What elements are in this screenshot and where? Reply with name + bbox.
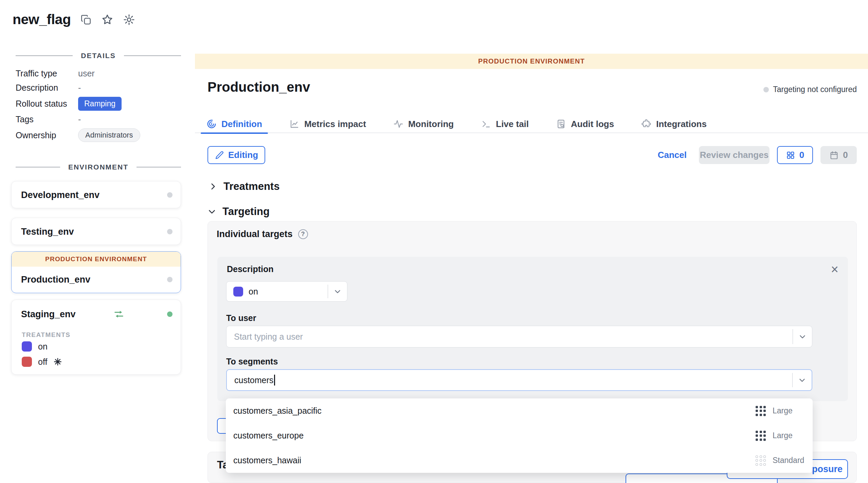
segment-size: Large [773, 431, 805, 440]
treatment-select[interactable]: on [226, 281, 347, 302]
grid-squares-icon [786, 150, 795, 160]
segments-dropdown: customers_asia_pacific Large customers_e… [226, 398, 813, 473]
standard-segment-icon [756, 455, 766, 466]
large-segment-icon [756, 406, 766, 416]
tab-label: Integrations [656, 119, 707, 129]
tab-label: Monitoring [408, 119, 454, 129]
toolbar-right: Cancel Review changes 0 0 [658, 146, 857, 164]
select-divider [793, 329, 793, 344]
targeting-status-label: Targeting not configured [773, 85, 857, 94]
env-card-development[interactable]: Development_env [11, 181, 181, 208]
treatment-color-swatch [233, 287, 243, 297]
segment-option-asia-pacific[interactable]: customers_asia_pacific Large [226, 398, 813, 423]
env-name: Development_env [21, 190, 100, 200]
tab-monitoring[interactable]: Monitoring [387, 115, 459, 132]
segment-name: customers_europe [233, 431, 304, 441]
metrics-chart-icon [289, 119, 300, 129]
treatment-row-on: on [22, 341, 48, 352]
treatment-name: off [38, 357, 47, 367]
text-cursor [274, 375, 275, 386]
to-segments-input[interactable]: customers [226, 369, 812, 391]
divider [16, 55, 73, 56]
tab-integrations[interactable]: Integrations [635, 115, 712, 132]
to-user-label: To user [226, 313, 256, 323]
editing-button[interactable]: Editing [207, 146, 265, 164]
target-definition-panel: × Description on To user Start typing a … [217, 257, 848, 401]
chevron-down-icon [798, 376, 807, 384]
detail-row-traffic-type: Traffic type user [16, 67, 181, 79]
segment-size: Large [773, 406, 805, 415]
environment-heading: ENVIRONMENT [68, 163, 128, 171]
layout-changes-button[interactable]: 0 [777, 146, 813, 164]
detail-row-tags: Tags - [16, 113, 181, 125]
page-title: Production_env [207, 79, 310, 95]
treatment-select-value: on [249, 287, 258, 297]
schedule-count: 0 [843, 150, 848, 160]
segment-option-europe[interactable]: customers_europe Large [226, 423, 813, 448]
chevron-down-icon [798, 332, 807, 341]
treatments-heading: TREATMENTS [22, 331, 70, 339]
close-icon[interactable]: × [831, 263, 838, 276]
description-label: Description [227, 264, 274, 274]
tab-label: Audit logs [571, 119, 614, 129]
env-card-staging[interactable]: Staging_env TREATMENTS on off [11, 300, 181, 375]
targeting-status: Targeting not configured [763, 85, 857, 94]
review-changes-button[interactable]: Review changes [699, 146, 770, 164]
to-user-placeholder: Start typing a user [234, 332, 303, 342]
definition-target-icon [206, 119, 217, 129]
tab-bar: Definition Metrics impact Monitoring Liv… [201, 115, 712, 132]
tabs-divider [195, 132, 868, 133]
treatment-off-swatch [22, 357, 32, 367]
ownership-pill[interactable]: Administrators [78, 128, 140, 142]
detail-label: Description [16, 83, 78, 93]
treatment-on-swatch [22, 341, 32, 352]
environment-section-header: ENVIRONMENT [16, 163, 181, 171]
cancel-link[interactable]: Cancel [658, 150, 687, 160]
env-card-production[interactable]: PRODUCTION ENVIRONMENT Production_env [11, 251, 181, 293]
detail-label: Rollout status [16, 99, 78, 109]
tab-label: Live tail [496, 119, 529, 129]
env-name: Staging_env [21, 309, 76, 320]
divider [124, 55, 181, 56]
env-status-dot [167, 229, 173, 234]
detail-value: user [78, 69, 95, 78]
flag-header: new_flag [13, 12, 135, 28]
env-card-testing[interactable]: Testing_env [11, 218, 181, 245]
tab-metrics-impact[interactable]: Metrics impact [284, 115, 372, 132]
tab-live-tail[interactable]: Live tail [475, 115, 535, 132]
editing-label: Editing [228, 150, 258, 160]
production-environment-banner: PRODUCTION ENVIRONMENT [195, 54, 868, 69]
rollout-status-badge: Ramping [78, 97, 122, 111]
treatment-name: on [38, 342, 48, 352]
tab-audit-logs[interactable]: Audit logs [550, 115, 620, 132]
divider [137, 167, 181, 167]
detail-row-rollout-status: Rollout status Ramping [16, 96, 181, 111]
production-env-banner: PRODUCTION ENVIRONMENT [12, 252, 181, 267]
to-user-input[interactable]: Start typing a user [226, 326, 812, 347]
env-status-dot-active [167, 311, 173, 317]
status-dot [763, 87, 769, 92]
details-section-header: DETAILS [16, 52, 181, 60]
env-name: Production_env [21, 274, 90, 285]
star-icon[interactable] [101, 14, 113, 26]
select-divider [328, 285, 328, 299]
detail-row-description: Description - [16, 82, 181, 94]
gear-icon[interactable] [123, 14, 135, 26]
treatments-section-toggle[interactable]: Treatments [209, 180, 279, 193]
targeting-section-toggle[interactable]: Targeting [207, 205, 270, 218]
detail-label: Tags [16, 114, 78, 124]
divider [16, 167, 60, 167]
env-name: Testing_env [21, 227, 74, 237]
copy-icon[interactable] [80, 14, 92, 25]
pencil-icon [215, 150, 224, 160]
help-icon[interactable]: ? [298, 229, 308, 239]
treatment-row-off: off [22, 357, 62, 367]
schedule-changes-button[interactable]: 0 [820, 146, 857, 164]
default-treatment-asterisk-icon [53, 357, 62, 366]
env-status-dot [167, 277, 173, 282]
flag-title: new_flag [13, 12, 71, 28]
to-segments-label: To segments [226, 357, 278, 366]
segment-option-hawaii[interactable]: customers_hawaii Standard [226, 448, 813, 473]
tab-definition[interactable]: Definition [201, 115, 268, 132]
chevron-down-icon [333, 287, 342, 296]
